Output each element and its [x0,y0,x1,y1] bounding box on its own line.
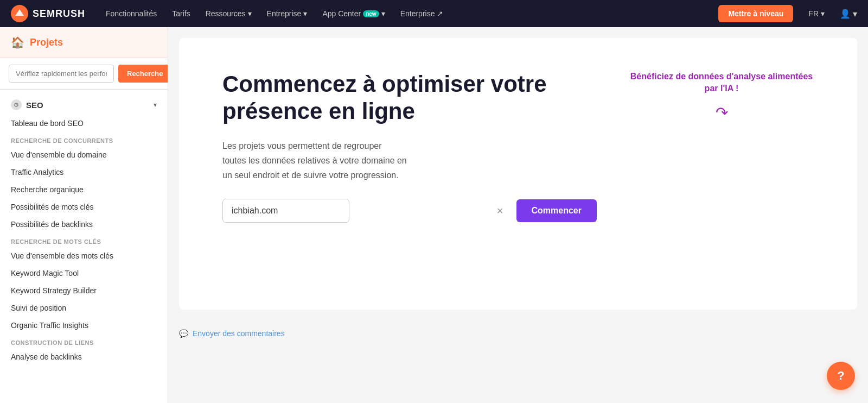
feedback-text: Envoyer des commentaires [193,329,285,338]
sidebar-item-tableau-de-bord[interactable]: Tableau de bord SEO [0,115,168,132]
search-button[interactable]: Recherche [118,65,168,83]
user-menu[interactable]: 👤 ▾ [840,9,857,19]
domain-clear-button[interactable]: ✕ [496,206,503,216]
seo-section-header[interactable]: ⚙ SEO ▾ [0,92,168,115]
sidebar-item-traffic-analytics[interactable]: Traffic Analytics [0,163,168,181]
sidebar-item-vue-ensemble-domaine[interactable]: Vue d'ensemble du domaine [0,146,168,163]
sidebar-item-vue-ensemble-mots-cles[interactable]: Vue d'ensemble des mots clés [0,247,168,265]
domain-input[interactable] [222,199,349,223]
chevron-down-icon: ▾ [381,9,385,18]
nav-fonctionnalites[interactable]: Fonctionnalités [106,9,157,18]
nav-tarifs[interactable]: Tarifs [172,9,190,18]
chevron-down-icon: ▾ [303,9,307,18]
nav-entreprise[interactable]: Entreprise ▾ [267,9,308,18]
domain-search-input[interactable] [9,65,114,83]
home-icon: 🏠 [11,36,24,49]
sidebar-item-organic-traffic-insights[interactable]: Organic Traffic Insights [0,317,168,334]
sidebar-header[interactable]: 🏠 Projets [0,27,168,58]
domain-input-wrapper: ✕ [222,199,510,223]
language-selector[interactable]: FR ▾ [808,9,825,18]
hero-description: Les projets vous permettent de regrouper… [222,138,407,183]
sidebar-title: Projets [30,37,63,48]
top-navigation: SEMRUSH Fonctionnalités Tarifs Ressource… [0,0,868,27]
chevron-down-icon: ▾ [248,9,252,18]
upgrade-button[interactable]: Mettre à niveau [718,5,793,22]
nav-app-center[interactable]: App Center new ▾ [322,9,385,18]
seo-chevron-icon: ▾ [154,101,157,109]
sidebar-item-possibilites-backlinks[interactable]: Possibilités de backlinks [0,216,168,233]
feedback-area[interactable]: 💬 Envoyer des commentaires [168,320,868,347]
chevron-down-icon: ▾ [853,9,857,19]
chevron-down-icon: ▾ [821,9,825,18]
category-recherche-mots-cles: RECHERCHE DE MOTS CLÉS [0,233,168,247]
external-link-icon: ↗ [437,9,443,18]
nav-enterprise[interactable]: Enterprise ↗ [400,9,444,18]
sidebar-item-keyword-magic-tool[interactable]: Keyword Magic Tool [0,265,168,282]
main-content: Commencez à optimiser votre présence en … [168,27,868,403]
sidebar-item-keyword-strategy-builder[interactable]: Keyword Strategy Builder [0,282,168,299]
sidebar: 🏠 Projets Recherche ⚙ SEO ▾ Tableau de b… [0,27,168,403]
category-construction-liens: CONSTRUCTION DE LIENS [0,334,168,348]
hero-title: Commencez à optimiser votre présence en … [222,71,597,125]
seo-label: SEO [26,100,43,110]
ai-badge: Bénéficiez de données d'analyse alimenté… [629,71,814,95]
nav-ressources[interactable]: Ressources ▾ [206,9,252,18]
logo[interactable]: SEMRUSH [11,5,85,22]
arrow-down-icon: ↷ [629,104,814,122]
sidebar-item-suivi-position[interactable]: Suivi de position [0,299,168,317]
domain-input-row: ✕ Commencer [222,199,597,223]
hero-left: Commencez à optimiser votre présence en … [222,71,597,223]
category-recherche-concurrents: RECHERCHE DE CONCURRENTS [0,132,168,146]
page-layout: 🏠 Projets Recherche ⚙ SEO ▾ Tableau de b… [0,27,868,403]
seo-section: ⚙ SEO ▾ Tableau de bord SEO RECHERCHE DE… [0,90,168,368]
hero-section: Commencez à optimiser votre présence en … [222,71,814,223]
chat-icon: 💬 [179,329,188,338]
hero-right: Bénéficiez de données d'analyse alimenté… [629,71,814,122]
logo-text: SEMRUSH [33,8,85,20]
sidebar-item-recherche-organique[interactable]: Recherche organique [0,181,168,198]
search-bar-area: Recherche [0,58,168,90]
help-button[interactable]: ? [827,362,855,390]
start-button[interactable]: Commencer [516,199,597,222]
new-badge: new [363,10,379,17]
content-card: Commencez à optimiser votre présence en … [179,38,857,310]
sidebar-item-analyse-backlinks[interactable]: Analyse de backlinks [0,348,168,366]
user-icon: 👤 [840,9,851,19]
seo-title-row: ⚙ SEO [11,99,43,110]
seo-icon: ⚙ [11,99,22,110]
sidebar-item-possibilites-mots-cles[interactable]: Possibilités de mots clés [0,198,168,216]
